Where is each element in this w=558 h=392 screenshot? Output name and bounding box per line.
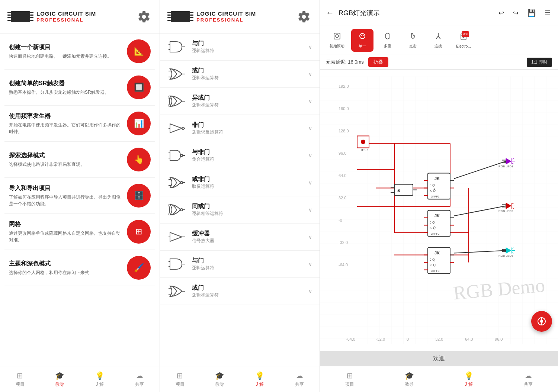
- save-button[interactable]: 💾: [526, 7, 537, 19]
- nav-item-教导[interactable]: 🎓 教导: [200, 366, 240, 392]
- svg-text:J Q: J Q: [430, 221, 435, 224]
- gate-item[interactable]: 与门 逻辑运算符 ∨: [160, 33, 320, 61]
- nav-item-共享[interactable]: ☁ 共享: [120, 366, 160, 392]
- gate-item[interactable]: 与非门 倒合运算符 ∨: [160, 142, 320, 169]
- svg-text:J Q: J Q: [430, 183, 435, 187]
- toolbar-btn-1[interactable]: 单一: [351, 29, 373, 52]
- svg-text:I1:1.0: I1:1.0: [361, 148, 369, 152]
- toolbar-btn-4[interactable]: 连接: [427, 29, 449, 52]
- nav-item-共享[interactable]: ☁ 共享: [280, 366, 320, 392]
- svg-text:-0: -0: [339, 218, 342, 222]
- svg-text:J Q: J Q: [430, 258, 435, 261]
- middle-logo-subtitle: PROFESSIONAL: [196, 17, 256, 23]
- svg-text:96.0: 96.0: [339, 151, 346, 155]
- status-delay: 元素延迟: 16.0ms: [326, 59, 364, 65]
- tutorial-item[interactable]: 导入和导出项目 了解如何在应用程序中导入项目并进行导出。导出为图像是一个不错的功…: [4, 178, 155, 214]
- middle-logo-area: LOGIC CIRCUIT SIM PROFESSIONAL: [167, 10, 256, 23]
- toolbar-btn-0[interactable]: 初始滚动: [326, 29, 348, 52]
- gate-item[interactable]: 或门 逻辑和运算符 ∨: [160, 61, 320, 88]
- svg-point-16: [180, 181, 183, 184]
- gate-item[interactable]: 与门 逻辑运算符 ∨: [160, 251, 320, 278]
- tutorial-item[interactable]: 创建简单的SR触发器 熟悉基本操作。分几步实施边缘触发的SR触发器。 🔲: [4, 70, 155, 106]
- tutorial-item[interactable]: 使用频率发生器 开始在电路中使用频率发生器。它们可以用作许多操作的时钟。 📊: [4, 106, 155, 142]
- nav-item-项目[interactable]: ⊞ 项目: [0, 366, 40, 392]
- tutorial-item[interactable]: 主题和深色模式 选择你的个人网格，和用你在家闲下来式 🖌️: [4, 250, 155, 286]
- tutorial-item[interactable]: 网格 通过更改网格单位或隐藏网格来自定义网格。也支持自动对准。 ⊞: [4, 214, 155, 250]
- toolbar-btn-3[interactable]: 点击: [402, 29, 424, 52]
- back-button[interactable]: ←: [326, 8, 334, 18]
- tutorial-list: 创建一个新项目 快速而轻松地创建电路。一键添加元素并建立连接。 📐 创建简单的S…: [0, 33, 160, 366]
- svg-text:192.0: 192.0: [339, 84, 349, 89]
- svg-text:JK: JK: [434, 213, 440, 218]
- svg-text:-64.0: -64.0: [339, 263, 348, 267]
- right-nav-item-共享[interactable]: ☁ 共享: [498, 366, 558, 392]
- left-settings-button[interactable]: [136, 9, 152, 25]
- svg-text:-64.0: -64.0: [346, 337, 355, 341]
- svg-text:JKFF3: JKFF3: [431, 269, 440, 273]
- toolbar-btn-5[interactable]: 计划 Electro...: [452, 30, 475, 51]
- menu-button[interactable]: ☰: [543, 7, 552, 19]
- svg-point-37: [465, 37, 465, 38]
- component-toolbar: 初始滚动 单一 多重 点击 连接 计划 Electro...: [320, 26, 558, 55]
- gate-item[interactable]: 缓冲器 信号放大器 ∨: [160, 224, 320, 251]
- welcome-label: 欢迎: [433, 355, 445, 363]
- left-logo-subtitle: PROFESSIONAL: [36, 17, 96, 23]
- right-toolbar-icons: ↩ ↪ 💾 ☰: [497, 7, 552, 19]
- left-bottom-nav: ⊞ 项目 🎓 教导 💡 J 解 ☁ 共享: [0, 366, 160, 392]
- svg-text:128.0: 128.0: [339, 129, 349, 133]
- middle-settings-button[interactable]: [296, 9, 312, 25]
- gate-item[interactable]: 非门 逻辑求反运算符 ∨: [160, 115, 320, 142]
- svg-point-35: [462, 37, 462, 38]
- svg-point-12: [180, 154, 183, 157]
- tutorial-item[interactable]: 创建一个新项目 快速而轻松地创建电路。一键添加元素并建立连接。 📐: [4, 33, 155, 70]
- svg-point-65: [361, 140, 365, 144]
- welcome-footer: 欢迎: [320, 351, 558, 366]
- nav-item-J 解[interactable]: 💡 J 解: [240, 366, 280, 392]
- svg-text:RGB LED1: RGB LED1: [498, 165, 513, 168]
- toolbar-btn-2[interactable]: 多重: [376, 29, 399, 52]
- circuit-svg: 192.0 160.0 128.0 96.0 64.0 32.0 -0 -32.…: [320, 70, 558, 351]
- gate-item[interactable]: 或门 逻辑和运算符 ∨: [160, 278, 320, 305]
- panel-right: ← RGB灯光演示 ↩ ↪ 💾 ☰ 初始滚动 单一 多重: [320, 0, 558, 392]
- svg-text:32.0: 32.0: [339, 196, 346, 200]
- left-logo-title: LOGIC CIRCUIT SIM: [36, 10, 96, 17]
- svg-text:160.0: 160.0: [339, 106, 349, 111]
- left-logo-area: LOGIC CIRCUIT SIM PROFESSIONAL: [7, 10, 96, 23]
- fab-button[interactable]: [531, 311, 552, 332]
- right-nav-item-项目[interactable]: ⊞ 项目: [320, 366, 379, 392]
- gear-icon: [137, 10, 151, 23]
- svg-text:K Q̄: K Q̄: [430, 226, 436, 230]
- svg-point-131: [540, 320, 543, 323]
- svg-point-20: [180, 209, 183, 211]
- svg-text:RGB LED3: RGB LED3: [498, 254, 513, 257]
- nav-item-项目[interactable]: ⊞ 项目: [160, 366, 200, 392]
- svg-text:RGB LED2: RGB LED2: [498, 209, 513, 213]
- panel-middle: LOGIC CIRCUIT SIM PROFESSIONAL 与门 逻辑运算符 …: [160, 0, 320, 392]
- chip-icon: [7, 10, 33, 23]
- svg-text:K Q̄: K Q̄: [430, 263, 436, 267]
- svg-text:.0: .0: [405, 337, 409, 341]
- svg-text:&: &: [397, 188, 400, 193]
- nav-item-教导[interactable]: 🎓 教导: [40, 366, 80, 392]
- left-header: LOGIC CIRCUIT SIM PROFESSIONAL: [0, 0, 160, 33]
- middle-logo-title: LOGIC CIRCUIT SIM: [196, 10, 256, 17]
- gate-item[interactable]: 异或门 逻辑和运算符 ∨: [160, 88, 320, 115]
- svg-text:JK: JK: [434, 176, 440, 181]
- tutorial-item[interactable]: 探索选择模式 选择模式使电路设计非常容易和直观。 👆: [4, 142, 155, 178]
- nav-item-J 解[interactable]: 💡 J 解: [80, 366, 120, 392]
- middle-chip-icon: [167, 10, 193, 23]
- right-header: ← RGB灯光演示 ↩ ↪ 💾 ☰: [320, 0, 558, 26]
- right-nav-item-教导[interactable]: 🎓 教导: [379, 366, 439, 392]
- redo-button[interactable]: ↪: [512, 7, 520, 19]
- fold-button[interactable]: 折叠: [368, 57, 388, 67]
- gate-item[interactable]: 同或门 逻辑相等运算符 ∨: [160, 196, 320, 224]
- gate-item[interactable]: 或非门 取反运算符 ∨: [160, 169, 320, 196]
- right-nav-item-J 解[interactable]: 💡 J 解: [439, 366, 498, 392]
- undo-button[interactable]: ↩: [497, 7, 506, 19]
- svg-text:K Q̄: K Q̄: [430, 189, 436, 193]
- svg-text:64.0: 64.0: [465, 337, 473, 341]
- svg-text:32.0: 32.0: [435, 337, 443, 341]
- svg-text:JKFF1: JKFF1: [431, 195, 440, 198]
- circuit-canvas[interactable]: 192.0 160.0 128.0 96.0 64.0 32.0 -0 -32.…: [320, 70, 558, 351]
- middle-bottom-nav: ⊞ 项目 🎓 教导 💡 J 解 ☁ 共享: [160, 366, 320, 392]
